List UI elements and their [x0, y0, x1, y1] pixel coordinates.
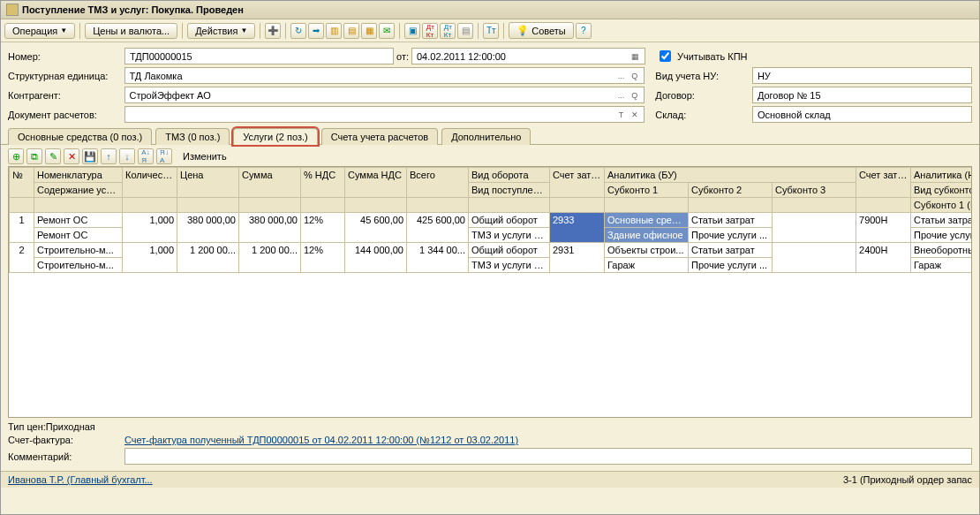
tab-fixed-assets[interactable]: Основные средства (0 поз.) [8, 128, 152, 145]
h-anal[interactable]: Аналитика (БУ) [605, 168, 856, 183]
select-icon[interactable]: ... [614, 88, 628, 102]
dog-input[interactable] [752, 87, 972, 103]
from-label: от: [394, 51, 411, 62]
status-bar: Иванова Т.Р. (Главный бухгалт... 3-1 (Пр… [1, 471, 979, 488]
edit-link[interactable]: Изменить [183, 151, 227, 162]
sklad-input[interactable] [752, 106, 972, 123]
window-titlebar: Поступление ТМЗ и услуг: Покупка. Провед… [1, 1, 979, 19]
comment-label: Комментарий: [8, 451, 124, 462]
h-sk2[interactable]: Субконто 2 [689, 183, 773, 198]
doc3-icon[interactable]: ▦ [361, 23, 377, 39]
help-icon[interactable]: ? [576, 23, 592, 39]
unit-label: Структурная единица: [8, 71, 124, 81]
h-costnu[interactable]: Счет затрат (НУ) [856, 168, 911, 198]
contr-label: Контрагент: [8, 90, 124, 101]
h-n[interactable]: № [10, 168, 34, 198]
h-sum[interactable]: Сумма [239, 168, 301, 198]
save-row-icon[interactable]: 💾 [82, 148, 98, 164]
post-icon[interactable]: ➕ [265, 23, 281, 39]
actions-button[interactable]: Действия▼ [187, 23, 255, 39]
h-total[interactable]: Всего [407, 168, 469, 198]
open-icon[interactable]: Q [628, 69, 641, 83]
doc1-icon[interactable]: ▥ [326, 23, 342, 39]
h-vatsum[interactable]: Сумма НДС [345, 168, 407, 198]
selected-cell: 2933 [550, 213, 605, 243]
sort-desc-icon[interactable]: Я↓А [156, 148, 172, 164]
h-sk1nu[interactable]: Субконто 1 (НУ) [911, 198, 972, 213]
h-vidsk[interactable]: Вид субконто [911, 183, 972, 198]
calendar-icon[interactable]: ▦ [629, 49, 642, 64]
sort-asc-icon[interactable]: А↓Я [138, 148, 154, 164]
h-nom2[interactable]: Содержание услуги, доп. ... [34, 183, 123, 198]
nu-label: Вид учета НУ: [655, 71, 752, 81]
h-post[interactable]: Вид поступления [469, 183, 550, 198]
calc-label: Документ расчетов: [8, 110, 124, 120]
delete-row-icon[interactable]: ✕ [64, 148, 79, 164]
nu-input[interactable] [752, 67, 972, 84]
dknu-icon[interactable]: ДтКт [440, 23, 456, 39]
t-icon[interactable]: T [614, 108, 628, 122]
pricetype-label: Тип цен: [8, 421, 46, 432]
link-icon[interactable]: ▣ [404, 23, 420, 39]
send-icon[interactable]: ✉ [379, 23, 395, 39]
doc2-icon[interactable]: ▤ [343, 23, 359, 39]
invoice-label: Счет-фактура: [8, 435, 124, 445]
grid[interactable]: № Номенклатура Количест... Цена Сумма % … [8, 166, 972, 418]
comment-input[interactable] [124, 448, 972, 465]
dk-icon[interactable]: ДтКт [422, 23, 438, 39]
advice-button[interactable]: 💡Советы [509, 22, 573, 39]
operation-button[interactable]: Операция▼ [4, 23, 75, 39]
status-doc: 3-1 (Приходный ордер запас [843, 474, 972, 485]
number-input[interactable] [124, 48, 394, 64]
tab-services[interactable]: Услуги (2 поз.) [233, 128, 317, 145]
app-icon [6, 4, 19, 16]
pricetype-value: Приходная [46, 421, 95, 432]
h-oborot[interactable]: Вид оборота [469, 168, 550, 183]
edit-row-icon[interactable]: ✎ [45, 148, 61, 164]
move-up-icon[interactable]: ↑ [101, 148, 117, 164]
prices-button[interactable]: Цены и валюта... [85, 23, 177, 39]
h-sk3[interactable]: Субконто 3 [773, 183, 856, 198]
report-icon[interactable]: ▤ [457, 23, 473, 39]
h-cost[interactable]: Счет затрат (БУ) [550, 168, 605, 198]
tabs: Основные средства (0 поз.) ТМЗ (0 поз.) … [1, 127, 979, 145]
unit-input[interactable]: ...Q [124, 67, 645, 84]
calc-input[interactable]: T✕ [124, 106, 645, 123]
clear-icon[interactable]: ✕ [628, 108, 641, 122]
copy-row-icon[interactable]: ⧉ [26, 148, 42, 164]
select-icon[interactable]: ... [614, 69, 628, 83]
h-vatp[interactable]: % НДС [301, 168, 345, 198]
h-qty[interactable]: Количест... [123, 168, 177, 198]
tab-tmz[interactable]: ТМЗ (0 поз.) [155, 128, 230, 145]
grid-toolbar: ⊕ ⧉ ✎ ✕ 💾 ↑ ↓ А↓Я Я↓А Изменить [1, 145, 979, 166]
invoice-link[interactable]: Счет-фактура полученный ТДП00000015 от 0… [124, 435, 518, 445]
tab-extra[interactable]: Дополнительно [441, 128, 531, 145]
date-input[interactable]: ▦ [411, 48, 645, 64]
window-title: Поступление ТМЗ и услуг: Покупка. Провед… [22, 4, 244, 15]
status-user-link[interactable]: Иванова Т.Р. (Главный бухгалт... [8, 474, 153, 485]
refresh-icon[interactable]: ↻ [290, 23, 306, 39]
h-analnu[interactable]: Аналитика (НУ) [911, 168, 972, 183]
h-sk1[interactable]: Субконто 1 [605, 183, 689, 198]
main-toolbar: Операция▼ Цены и валюта... Действия▼ ➕ ↻… [1, 19, 979, 42]
text-icon[interactable]: Тт [483, 23, 499, 39]
h-nom[interactable]: Номенклатура [34, 168, 123, 183]
open-icon[interactable]: Q [628, 88, 641, 102]
add-row-icon[interactable]: ⊕ [8, 148, 24, 164]
number-label: Номер: [8, 51, 124, 62]
h-price[interactable]: Цена [177, 168, 239, 198]
sklad-label: Склад: [655, 110, 752, 120]
table-row[interactable]: 1 Ремонт ОС 1,000 380 000,00 380 000,00 … [10, 213, 973, 228]
contr-input[interactable]: ...Q [124, 87, 645, 103]
kpn-checkbox[interactable]: Учитывать КПН [656, 48, 748, 64]
goto-icon[interactable]: ➡ [308, 23, 324, 39]
table-row[interactable]: 2 Строительно-м... 1,000 1 200 00... 1 2… [10, 243, 973, 258]
tab-accounts[interactable]: Счета учета расчетов [321, 128, 438, 145]
dog-label: Договор: [655, 90, 752, 101]
move-down-icon[interactable]: ↓ [119, 148, 135, 164]
